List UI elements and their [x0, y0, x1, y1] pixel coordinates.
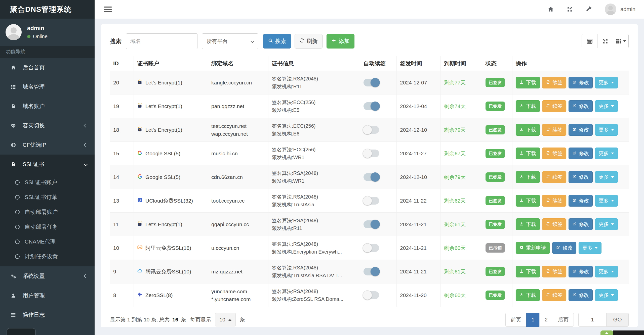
page-button-1[interactable]: 1	[526, 313, 540, 327]
more-button[interactable]: 更多	[595, 171, 618, 183]
more-button[interactable]: 更多	[595, 77, 618, 88]
auto-renew-toggle[interactable]	[364, 126, 379, 134]
platform-select[interactable]: 所有平台	[202, 33, 258, 49]
edit-button[interactable]: 修改	[552, 242, 576, 254]
add-button[interactable]: 添加	[327, 34, 354, 49]
auto-renew-toggle[interactable]	[364, 150, 379, 157]
sidebar-item-0[interactable]: 后台首页	[0, 58, 95, 77]
sidebar-item-4[interactable]: CF优选IP	[0, 135, 95, 155]
more-button[interactable]: 更多	[595, 100, 618, 112]
fullscreen-icon[interactable]	[567, 6, 573, 13]
app-logo[interactable]: 聚合DNS管理系统	[0, 0, 95, 19]
more-button[interactable]: 更多	[579, 242, 601, 254]
renew-button[interactable]: 续签	[542, 148, 566, 159]
renew-button[interactable]: 续签	[542, 77, 566, 88]
renew-button[interactable]: 续签	[542, 195, 566, 207]
id-cell: 14	[110, 165, 134, 189]
account-cell: Let's Encrypt(1)	[134, 94, 208, 118]
auto-renew-toggle[interactable]	[364, 197, 379, 205]
edit-button[interactable]: 修改	[569, 124, 593, 136]
download-button[interactable]: 下载	[516, 218, 540, 230]
toggle-view-icon[interactable]	[582, 34, 597, 48]
edit-icon	[572, 174, 577, 180]
gears-icon	[9, 273, 18, 279]
search-button[interactable]: 搜索	[263, 34, 291, 49]
caret-down-icon	[611, 271, 614, 272]
sidebar-item-8[interactable]: 操作日志	[0, 305, 95, 324]
renew-button[interactable]: 续签	[542, 171, 566, 183]
sidebar-item-7[interactable]: 用户管理	[0, 286, 95, 305]
auto-renew-toggle[interactable]	[364, 79, 379, 86]
edit-button[interactable]: 修改	[569, 195, 593, 207]
more-button[interactable]: 更多	[595, 218, 618, 230]
download-button[interactable]: 下载	[516, 148, 540, 159]
more-button[interactable]: 更多	[595, 195, 618, 207]
more-button[interactable]: 更多	[595, 289, 618, 301]
edit-button[interactable]: 修改	[569, 148, 593, 159]
settings-wrench-icon[interactable]	[586, 6, 592, 13]
renew-button[interactable]: 续签	[542, 124, 566, 136]
renew-button[interactable]: 续签	[542, 218, 566, 230]
caret-down-icon	[623, 40, 626, 42]
back-to-top-button[interactable]	[600, 330, 613, 335]
renew-button[interactable]: 续签	[542, 266, 566, 277]
user-menu[interactable]: admin	[605, 4, 635, 15]
download-button[interactable]: 下载	[516, 171, 540, 183]
zerossl-icon	[137, 292, 143, 299]
hamburger-menu-icon[interactable]	[104, 7, 112, 12]
edit-button[interactable]: 修改	[569, 77, 593, 88]
auto-renew-cell	[360, 94, 397, 118]
domain-search-input[interactable]	[126, 33, 197, 49]
download-button[interactable]: 下载	[516, 195, 540, 207]
sidebar-item-6[interactable]: 系统设置	[0, 266, 95, 286]
more-button[interactable]: 更多	[595, 266, 618, 277]
more-button[interactable]: 更多	[595, 124, 618, 136]
reapply-button[interactable]: 重新申请	[516, 242, 550, 254]
status-badge: 已签发	[486, 267, 505, 276]
next-page-button[interactable]: 后页	[553, 313, 574, 327]
columns-dropdown-icon[interactable]	[613, 34, 629, 48]
download-button[interactable]: 下载	[516, 77, 540, 88]
auto-renew-cell	[360, 260, 397, 283]
edit-button[interactable]: 修改	[569, 218, 593, 230]
edit-button[interactable]: 修改	[569, 100, 593, 112]
renew-button[interactable]: 续签	[542, 289, 566, 301]
more-button[interactable]: 更多	[595, 148, 618, 159]
download-button[interactable]: 下载	[516, 266, 540, 277]
sidebar-item-5[interactable]: SSL证书	[0, 155, 95, 174]
search-label: 搜索	[110, 37, 122, 45]
account-cell: Google SSL(5)	[134, 165, 208, 189]
prev-page-button[interactable]: 前页	[505, 313, 527, 327]
ssl-subitem-1[interactable]: SSL证书订单	[0, 190, 95, 205]
edit-button[interactable]: 修改	[569, 266, 593, 277]
edit-button[interactable]: 修改	[569, 171, 593, 183]
goto-page-input[interactable]	[578, 313, 607, 327]
letsencrypt-icon	[137, 221, 143, 228]
home-icon[interactable]	[547, 6, 554, 13]
download-button[interactable]: 下载	[516, 124, 540, 136]
auto-renew-toggle[interactable]	[364, 268, 379, 275]
auto-renew-toggle[interactable]	[364, 291, 379, 299]
sidebar-item-1[interactable]: 域名管理	[0, 77, 95, 97]
go-button[interactable]: GO	[607, 313, 629, 327]
ssl-subitem-0[interactable]: SSL证书账户	[0, 175, 95, 190]
page-button-2[interactable]: 2	[539, 313, 553, 327]
download-button[interactable]: 下载	[516, 289, 540, 301]
ssl-subitem-2[interactable]: 自动部署账户	[0, 205, 95, 219]
download-button[interactable]: 下载	[516, 100, 540, 112]
renew-button[interactable]: 续签	[542, 100, 566, 112]
refresh-button[interactable]: 刷新	[295, 34, 323, 49]
auto-renew-toggle[interactable]	[364, 173, 379, 181]
auto-renew-toggle[interactable]	[364, 102, 379, 110]
auto-renew-toggle[interactable]	[364, 244, 379, 252]
ssl-subitem-5[interactable]: 计划任务设置	[0, 249, 95, 264]
sidebar-item-3[interactable]: 容灾切换	[0, 116, 95, 135]
plus-icon	[331, 38, 336, 44]
ssl-subitem-3[interactable]: 自动部署任务	[0, 219, 95, 234]
auto-renew-toggle[interactable]	[364, 220, 379, 228]
edit-button[interactable]: 修改	[569, 289, 593, 301]
table-fullscreen-icon[interactable]	[597, 34, 613, 48]
page-size-select[interactable]: 10	[215, 313, 235, 326]
ssl-subitem-4[interactable]: CNAME代理	[0, 234, 95, 249]
sidebar-item-2[interactable]: 域名账户	[0, 97, 95, 116]
